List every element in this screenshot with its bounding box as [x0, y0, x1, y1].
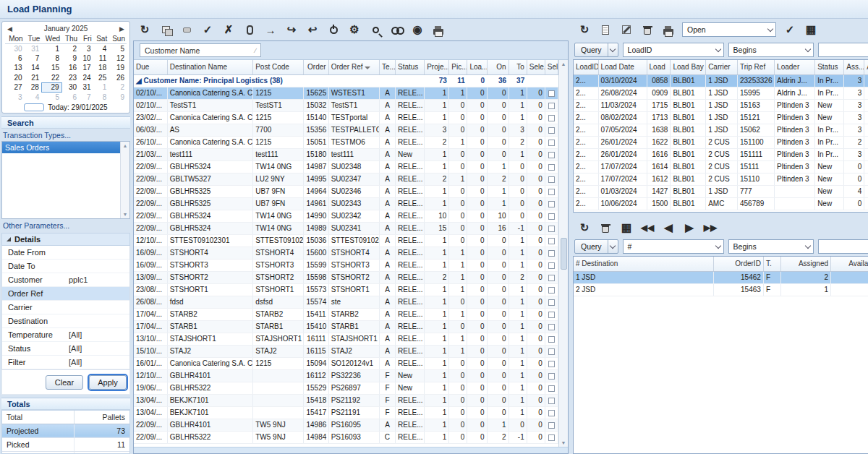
order-row[interactable]: 23/02/...Canonica Catering S.A. CO121515…	[134, 111, 558, 124]
row-checkbox[interactable]	[548, 189, 555, 195]
orders-column-header[interactable]: Destination Name	[167, 60, 253, 74]
orders-column-header[interactable]: Sel...	[545, 60, 558, 74]
orders-column-header[interactable]: On	[487, 60, 509, 74]
load-row[interactable]: 2...07/05/20241638BLB011 JSD15062Pltinde…	[574, 124, 868, 136]
row-checkbox[interactable]	[548, 422, 555, 429]
detail-query-field-select[interactable]: #	[623, 239, 724, 254]
calendar-day[interactable]: 29	[41, 82, 61, 93]
order-row[interactable]: 21/03/...test111test11115180test111ANew1…	[134, 148, 558, 160]
calendar-day[interactable]: 9	[61, 53, 79, 64]
detail-field-row[interactable]: Status[All]	[2, 342, 129, 356]
row-checkbox[interactable]	[548, 299, 555, 306]
row-checkbox[interactable]	[548, 213, 555, 220]
totals-row[interactable]: Projected73	[2, 424, 129, 437]
row-checkbox[interactable]	[548, 324, 555, 330]
delete-stop-icon[interactable]	[598, 220, 613, 235]
today-box[interactable]	[24, 103, 44, 111]
row-checkbox[interactable]	[548, 434, 555, 441]
row-checkbox[interactable]	[548, 398, 555, 404]
calendar-day[interactable]: 7	[79, 93, 93, 103]
load-row[interactable]: 2...17/07/20241614BLB012 CUS15111Pltinde…	[574, 160, 868, 173]
calendar-day[interactable]: 27	[5, 82, 25, 93]
detail-field-row[interactable]: Filter[All]	[2, 356, 129, 369]
order-row[interactable]: 06/03/...AS770015356TESTPALLETC...ARELE.…	[134, 124, 558, 136]
order-row[interactable]: 16/09/...STSHORT4STSHORT415600STSHORT4AR…	[134, 247, 558, 259]
row-checkbox[interactable]	[548, 275, 555, 281]
first-icon[interactable]: ◀◀	[640, 220, 655, 235]
orders-column-header[interactable]: Sele...	[527, 60, 545, 74]
order-row[interactable]: 13/09/...STSHORT2STSHORT215598STSHORT2AR…	[134, 271, 558, 283]
calendar-day[interactable]: 16	[61, 63, 79, 73]
new-load-icon[interactable]	[598, 22, 613, 37]
row-checkbox[interactable]	[548, 176, 555, 183]
field-value[interactable]: [All]	[69, 344, 129, 353]
export-icon[interactable]: ↪	[284, 22, 299, 37]
row-checkbox[interactable]	[548, 250, 555, 257]
today-label[interactable]: Today: 29/01/2025	[48, 103, 107, 111]
calendar-day[interactable]: 1	[93, 82, 109, 93]
loads-column-header[interactable]: Avai...	[864, 60, 868, 74]
loads-column-header[interactable]: Status	[815, 60, 844, 74]
row-checkbox[interactable]	[548, 115, 555, 121]
forward-icon[interactable]: →	[263, 22, 278, 37]
loads-query-field-select[interactable]: LoadID	[623, 43, 724, 57]
order-row[interactable]: 22/09/...GBLHR4101TW5 9NJ14986PS16095ARE…	[134, 419, 558, 431]
order-row[interactable]: 26/08/...fdsddsfsd15574steARELE...100010	[134, 296, 558, 308]
apply-button[interactable]: Apply	[89, 375, 127, 390]
detail-field-row[interactable]: Temperature[All]	[2, 328, 129, 342]
load-row[interactable]: 2...26/08/20240909BLB011 JSD15995Aldrin …	[574, 87, 868, 99]
orders-column-header[interactable]: Order Ref	[328, 60, 379, 74]
calendar-day[interactable]: 10	[79, 53, 93, 64]
detail-column-header[interactable]: T.	[763, 257, 781, 271]
loads-column-header[interactable]: Load	[647, 60, 671, 74]
scroll-thumb[interactable]	[561, 238, 567, 270]
calendar-day[interactable]: 4	[93, 43, 109, 53]
order-row[interactable]: 02/10/...Canonica Catering S.A. CO121515…	[134, 87, 558, 99]
load-row[interactable]: 2...08/02/20241713BLB011 JSD15121Pltinde…	[574, 111, 868, 124]
load-row[interactable]: 2...26/01/20241622BLB012 CUS151100Pltind…	[574, 136, 868, 148]
order-row[interactable]: 22/09/...GBLHR5325UB7 9FN14961SU02343ARE…	[134, 197, 558, 210]
previous-icon[interactable]: ◀	[661, 220, 676, 235]
calendar-day[interactable]: 6	[61, 93, 79, 103]
power-icon[interactable]	[326, 22, 341, 37]
calendar-day[interactable]: 23	[61, 73, 79, 83]
detail-field-row[interactable]: Carrier	[2, 301, 129, 314]
row-checkbox[interactable]	[548, 103, 555, 109]
mini-window-icon[interactable]	[179, 22, 194, 37]
calendar-day[interactable]: 31	[25, 43, 42, 53]
field-value[interactable]: [All]	[69, 358, 129, 367]
detail-field-row[interactable]: Date To	[2, 260, 129, 273]
other-parameters-label[interactable]: Other Parameters...	[1, 219, 130, 231]
transaction-types-label[interactable]: Transaction Types...	[1, 129, 130, 141]
load-preset-select[interactable]: Open	[682, 22, 776, 37]
detail-query-operator-select[interactable]: Begins	[728, 239, 814, 254]
refresh-icon[interactable]: ↻	[577, 22, 592, 37]
transaction-type-item[interactable]: Sales Orders	[2, 142, 129, 153]
order-row[interactable]: 22/09/...GBLHR5324TW14 0NG14989SU02341AR…	[134, 222, 558, 234]
clipboard-icon[interactable]	[242, 22, 257, 37]
calendar-day[interactable]: 12	[109, 53, 127, 64]
order-row[interactable]: 02/10/...TestST1TestST115032TestST1ARELE…	[134, 99, 558, 111]
loads-query-button[interactable]: Query	[574, 43, 618, 57]
scroll-down-icon[interactable]: ▼	[561, 440, 566, 445]
detail-field-row[interactable]: Date From	[2, 246, 129, 260]
detail-query-button[interactable]: Query	[574, 239, 618, 254]
calendar-day[interactable]: 25	[93, 73, 109, 83]
load-row[interactable]: 2...10/06/20241500BLB01AMC456789New000	[574, 197, 868, 210]
last-icon[interactable]: ▶▶	[703, 220, 718, 235]
print-icon[interactable]	[661, 22, 676, 37]
record-icon[interactable]: ◉	[410, 22, 425, 37]
detail-field-row[interactable]: Destination	[2, 314, 129, 328]
calendar-day[interactable]: 11	[93, 53, 109, 64]
detail-column-header[interactable]: Available	[831, 257, 868, 271]
calendar-day[interactable]: 31	[79, 82, 93, 93]
orders-column-header[interactable]: Post Code	[253, 60, 304, 74]
calendar-day[interactable]: 5	[41, 93, 61, 103]
search-icon[interactable]	[368, 22, 383, 37]
order-row[interactable]: 13/04/...BEKJK710115417PS21191FRELE...10…	[134, 406, 558, 419]
cancel-icon[interactable]: ✗	[221, 22, 236, 37]
query-dropdown-icon[interactable]	[608, 43, 618, 56]
import-icon[interactable]: ↩	[305, 22, 320, 37]
row-checkbox[interactable]	[548, 287, 555, 294]
order-row[interactable]: 23/08/...STSHORT1STSHORT115573STSHORT1AR…	[134, 283, 558, 296]
